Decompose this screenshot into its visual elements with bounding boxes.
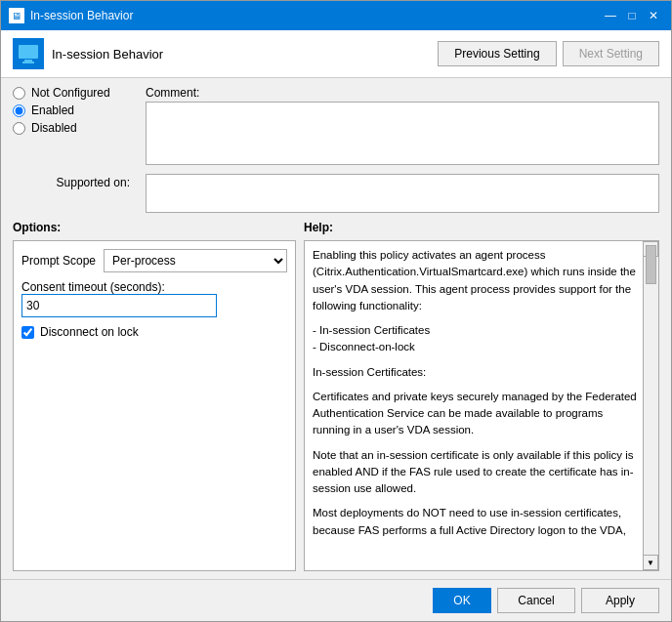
prev-setting-button[interactable]: Previous Setting [438,41,556,66]
window-title: In-session Behavior [30,9,133,22]
main-body: Not Configured Enabled Disabled Comment: [1,78,671,579]
header-title: In-session Behavior [52,47,163,62]
radio-group: Not Configured Enabled Disabled [13,86,130,168]
consent-timeout-input[interactable] [21,294,217,317]
apply-button[interactable]: Apply [581,588,659,613]
help-content[interactable]: Enabling this policy activates an agent … [305,241,658,570]
help-para-3: In-session Certificates: [313,364,641,381]
dialog-header-left: In-session Behavior [13,38,163,69]
enabled-input[interactable] [13,104,25,117]
options-box: Prompt Scope Per-process Per-session Con… [13,240,296,571]
maximize-button[interactable]: □ [622,6,642,25]
disabled-input[interactable] [13,122,25,135]
supported-label: Supported on: [13,174,130,213]
help-scroll-wrapper: Enabling this policy activates an agent … [304,240,659,571]
help-para-5: Note that an in-session certificate is o… [313,447,641,498]
supported-section: Supported on: [13,174,659,213]
header-buttons: Previous Setting Next Setting [438,41,659,66]
disconnect-label: Disconnect on lock [40,325,139,339]
help-panel: Help: Enabling this policy activates an … [304,221,659,571]
enabled-radio[interactable]: Enabled [13,104,130,117]
title-bar: 🖥 In-session Behavior — □ ✕ [1,1,671,30]
prompt-scope-label: Prompt Scope [21,254,96,268]
comment-label: Comment: [146,86,659,100]
prompt-scope-row: Prompt Scope Per-process Per-session [21,249,287,272]
not-configured-label: Not Configured [31,86,110,100]
help-title: Help: [304,221,659,234]
scrollbar-track: ▲ ▼ [643,241,658,570]
not-configured-input[interactable] [13,87,25,100]
title-controls: — □ ✕ [601,6,663,25]
prompt-scope-select[interactable]: Per-process Per-session [104,249,287,272]
help-para-6: Most deployments do NOT need to use in-s… [313,505,641,539]
ok-button[interactable]: OK [433,588,491,613]
radio-comment-section: Not Configured Enabled Disabled Comment: [13,86,659,168]
close-button[interactable]: ✕ [644,6,663,25]
main-window: 🖥 In-session Behavior — □ ✕ In-session B… [0,0,672,622]
disconnect-row[interactable]: Disconnect on lock [21,325,287,339]
dialog-footer: OK Cancel Apply [1,579,671,621]
disconnect-checkbox[interactable] [21,326,34,339]
title-bar-left: 🖥 In-session Behavior [9,8,133,23]
comment-section: Comment: [146,86,659,168]
dialog-content: In-session Behavior Previous Setting Nex… [1,30,671,621]
scroll-down-arrow[interactable]: ▼ [643,555,658,570]
next-setting-button[interactable]: Next Setting [563,41,659,66]
window-icon: 🖥 [9,8,24,23]
header-icon [13,38,44,69]
options-panel: Options: Prompt Scope Per-process Per-se… [13,221,296,571]
enabled-label: Enabled [31,104,74,117]
disabled-label: Disabled [31,121,77,135]
comment-textarea[interactable] [146,102,659,165]
cancel-button[interactable]: Cancel [497,588,575,613]
help-para-1: Enabling this policy activates an agent … [313,247,641,314]
disabled-radio[interactable]: Disabled [13,121,130,135]
dialog-header: In-session Behavior Previous Setting Nex… [1,30,671,78]
help-para-4: Certificates and private keys securely m… [313,389,641,439]
help-para-2: - In-session Certificates- Disconnect-on… [313,322,641,356]
svg-rect-0 [19,45,38,59]
options-help-section: Options: Prompt Scope Per-process Per-se… [13,221,659,571]
scrollbar-thumb[interactable] [646,245,656,284]
not-configured-radio[interactable]: Not Configured [13,86,130,100]
minimize-button[interactable]: — [601,6,620,25]
consent-timeout-label: Consent timeout (seconds): [21,280,287,294]
options-title: Options: [13,221,296,234]
comment-wrapper [146,102,659,168]
svg-rect-2 [22,62,34,63]
supported-textarea[interactable] [146,174,659,213]
consent-timeout-section: Consent timeout (seconds): [21,280,287,317]
